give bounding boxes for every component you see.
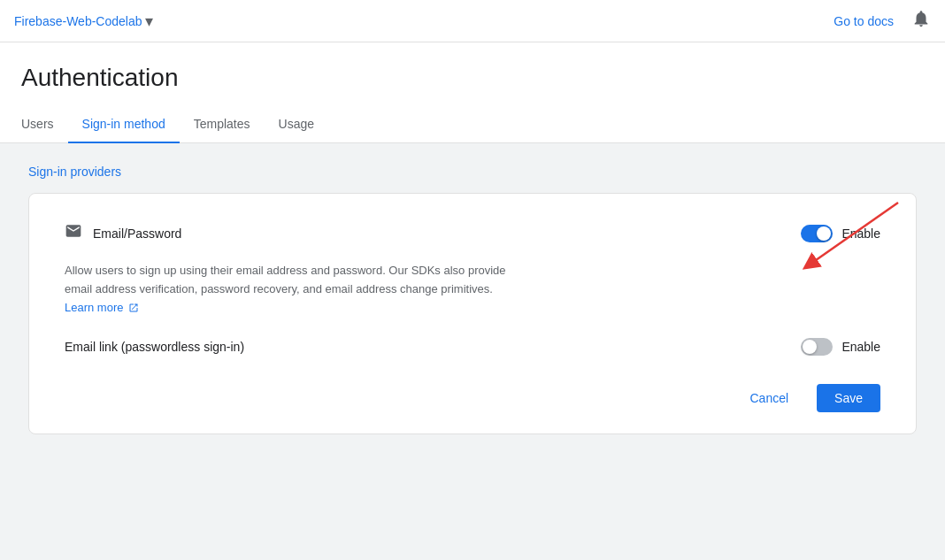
tab-users[interactable]: Users — [21, 106, 68, 143]
save-button[interactable]: Save — [817, 384, 880, 412]
section-title: Sign-in providers — [28, 165, 917, 179]
top-bar-left: Firebase-Web-Codelab ▾ — [14, 12, 153, 31]
tabs-bar: Users Sign-in method Templates Usage — [0, 106, 945, 143]
learn-more-link[interactable]: Learn more — [65, 301, 139, 314]
email-password-toggle[interactable] — [801, 225, 833, 242]
provider-left: Email/Password — [65, 222, 181, 244]
email-link-enable-label: Enable — [841, 340, 880, 354]
email-link-label: Email link (passwordless sign-in) — [65, 340, 244, 354]
top-bar-right: Go to docs — [834, 9, 931, 33]
toggle-thumb — [817, 226, 831, 241]
chevron-down-icon[interactable]: ▾ — [145, 12, 153, 31]
card-footer: Cancel Save — [65, 384, 880, 412]
provider-right: Enable — [801, 225, 880, 242]
tab-usage[interactable]: Usage — [265, 106, 328, 143]
external-link-icon — [127, 302, 139, 314]
arrow-annotation — [721, 194, 916, 300]
main-content: Sign-in providers Email/Password — [0, 143, 945, 456]
page-header: Authentication — [0, 42, 945, 106]
email-password-description: Allow users to sign up using their email… — [65, 262, 507, 317]
sign-in-card: Email/Password Enable Allow users to sig… — [28, 193, 917, 434]
tab-sign-in-method[interactable]: Sign-in method — [68, 106, 180, 143]
tab-templates[interactable]: Templates — [180, 106, 265, 143]
email-password-row: Email/Password Enable — [65, 222, 880, 244]
email-icon — [65, 222, 82, 244]
go-to-docs-link[interactable]: Go to docs — [834, 14, 894, 28]
cancel-button[interactable]: Cancel — [732, 384, 806, 412]
email-link-toggle[interactable] — [801, 338, 833, 356]
email-link-row: Email link (passwordless sign-in) Enable — [65, 338, 880, 356]
email-link-right: Enable — [801, 338, 880, 356]
email-password-label: Email/Password — [93, 226, 181, 241]
email-password-enable-label: Enable — [841, 226, 880, 241]
bell-icon[interactable] — [911, 9, 931, 33]
top-bar: Firebase-Web-Codelab ▾ Go to docs — [0, 0, 945, 42]
page-title: Authentication — [21, 57, 924, 106]
project-name[interactable]: Firebase-Web-Codelab — [14, 14, 142, 28]
